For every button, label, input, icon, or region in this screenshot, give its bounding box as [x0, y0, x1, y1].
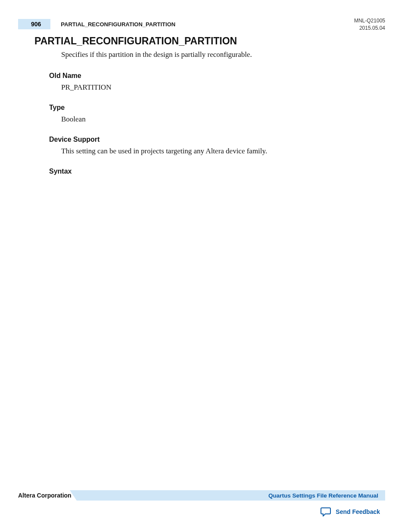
topic-heading: PARTIAL_RECONFIGURATION_PARTITION — [34, 35, 377, 47]
doc-id: MNL-Q21005 — [354, 17, 385, 25]
type-value: Boolean — [61, 115, 377, 124]
company-name: Altera Corporation — [18, 492, 77, 499]
send-feedback-label: Send Feedback — [336, 508, 380, 515]
old-name-label: Old Name — [49, 72, 377, 80]
document-page: 906 PARTIAL_RECONFIGURATION_PARTITION MN… — [0, 0, 411, 532]
device-support-label: Device Support — [49, 136, 377, 143]
doc-meta: MNL-Q21005 2015.05.04 — [354, 17, 385, 32]
topic-description: Specifies if this partition in the desig… — [61, 50, 377, 60]
manual-link[interactable]: Quartus Settings File Reference Manual — [268, 492, 378, 499]
page-header: 906 PARTIAL_RECONFIGURATION_PARTITION MN… — [18, 19, 385, 32]
doc-date: 2015.05.04 — [354, 25, 385, 32]
page-footer: Altera Corporation Quartus Settings File… — [18, 490, 385, 501]
footer-band: Quartus Settings File Reference Manual — [77, 490, 385, 501]
footer-bar: Altera Corporation Quartus Settings File… — [18, 490, 385, 501]
running-title: PARTIAL_RECONFIGURATION_PARTITION — [61, 21, 175, 28]
page-content: PARTIAL_RECONFIGURATION_PARTITION Specif… — [34, 35, 377, 179]
speech-bubble-icon — [320, 507, 331, 516]
syntax-label: Syntax — [49, 168, 377, 175]
send-feedback-link[interactable]: Send Feedback — [320, 507, 380, 516]
device-support-value: This setting can be used in projects tar… — [61, 147, 377, 156]
old-name-value: PR_PARTITION — [61, 83, 377, 92]
type-label: Type — [49, 104, 377, 112]
page-number: 906 — [18, 19, 50, 29]
